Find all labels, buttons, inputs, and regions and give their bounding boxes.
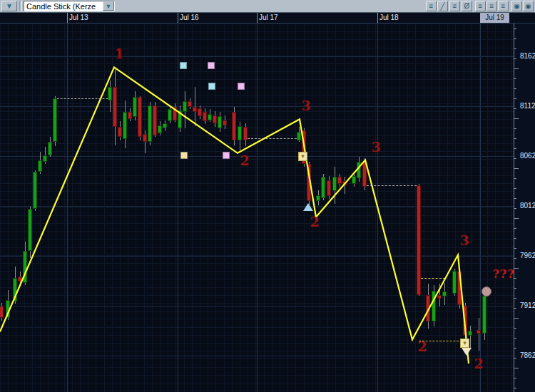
price-tick <box>514 258 516 259</box>
candle-wick <box>479 318 479 351</box>
exit-flag-marker: ▾ <box>460 339 469 348</box>
dashed-row-3-icon: ≡ <box>501 2 506 10</box>
candle <box>33 172 37 209</box>
candle <box>168 109 172 121</box>
grid-line-horizontal <box>0 306 514 306</box>
candle <box>477 330 481 334</box>
toolbar-separator <box>19 1 22 11</box>
trendline-button[interactable]: ╱ <box>437 1 448 11</box>
candle <box>457 272 462 304</box>
signal-square-marker <box>208 83 215 90</box>
dashed-level-line <box>417 278 445 279</box>
candle <box>0 306 4 317</box>
grid-line-vertical <box>377 24 378 392</box>
chart-type-combobox[interactable]: Candle Stick (Kerze ▼ <box>24 1 115 11</box>
price-axis[interactable]: 8162811280628012796279127862 <box>514 24 535 392</box>
grid-line-horizontal <box>0 256 514 257</box>
wave-count-label: 3 <box>459 232 469 248</box>
candle <box>193 107 197 112</box>
price-tick <box>514 138 516 139</box>
chevron-down-icon: ▼ <box>6 2 13 10</box>
price-label: 8162 <box>520 52 535 60</box>
price-tick <box>514 318 519 319</box>
dash-style-button[interactable]: ≡ <box>449 1 460 11</box>
candle <box>163 123 167 128</box>
price-tick <box>514 128 516 129</box>
dashed-level-line <box>54 98 115 99</box>
candle <box>38 160 42 172</box>
candle <box>133 97 137 117</box>
wave-count-label: 2 <box>474 356 483 371</box>
charting-app-window: ▼ Candle Stick (Kerze ▼ ≡╱≡Ø≡≡≡◉◉ Jul 13… <box>0 0 535 392</box>
price-tick <box>514 218 519 219</box>
price-tick <box>514 298 516 299</box>
dashed-row-3-button[interactable]: ≡ <box>498 1 509 11</box>
dashed-row-1-icon: ≡ <box>479 2 483 10</box>
candle-wick <box>345 177 345 194</box>
dash-style-icon: ≡ <box>453 2 457 10</box>
candle <box>118 127 122 137</box>
no-draw-button[interactable]: Ø <box>462 1 472 11</box>
candle <box>153 105 157 135</box>
price-tick <box>514 288 516 289</box>
price-tick <box>514 268 519 269</box>
price-tick <box>514 338 516 339</box>
price-tick <box>514 278 516 279</box>
candle <box>123 112 127 139</box>
price-tick <box>514 78 516 79</box>
candle <box>437 295 442 299</box>
price-tick <box>514 378 516 378</box>
candle <box>307 164 311 201</box>
pattern-circle-1-button[interactable]: ◉ <box>511 1 522 11</box>
candle <box>28 209 32 251</box>
candle <box>203 112 207 121</box>
price-label: 8062 <box>520 152 535 160</box>
candle <box>173 107 177 120</box>
date-axis[interactable]: Jul 13Jul 16Jul 17Jul 18Jul 19 <box>0 13 535 24</box>
day-separator <box>257 13 258 23</box>
signal-square-marker <box>238 83 245 90</box>
price-tick <box>514 208 516 209</box>
price-tick <box>514 38 516 39</box>
price-tick <box>514 368 519 368</box>
candle <box>18 277 22 282</box>
grid-line-horizontal <box>0 356 514 356</box>
signal-square-marker <box>180 152 188 159</box>
dashed-row-1-button[interactable]: ≡ <box>475 1 486 11</box>
price-tick <box>514 188 516 189</box>
candle <box>238 126 242 140</box>
chart-plot-area[interactable]: ▾▾12323232 <box>0 24 514 392</box>
price-tick <box>514 228 516 229</box>
price-tick <box>514 358 516 359</box>
wave-count-label: 1 <box>114 46 123 61</box>
dash-lines-button[interactable]: ≡ <box>426 1 437 11</box>
grid-line-horizontal <box>0 156 514 157</box>
candle <box>213 115 217 123</box>
candle <box>198 108 202 116</box>
nav-dropdown-button[interactable]: ▼ <box>1 1 17 11</box>
price-tick <box>514 198 516 199</box>
candle <box>158 125 162 133</box>
candle <box>332 177 337 191</box>
price-tick <box>514 58 516 59</box>
candle <box>482 296 486 334</box>
price-tick <box>514 148 516 149</box>
grid-line-vertical <box>257 24 258 392</box>
wave-count-label: 2 <box>417 339 427 354</box>
candle-wick <box>470 326 471 349</box>
day-separator <box>178 13 178 23</box>
pattern-circle-2-button[interactable]: ◉ <box>523 1 534 11</box>
sell-flag-marker: ▾ <box>298 152 307 161</box>
candle <box>426 295 430 322</box>
trendline-icon: ╱ <box>440 2 444 10</box>
candle <box>113 87 117 127</box>
candle <box>357 162 361 177</box>
candle <box>432 291 436 321</box>
grid-line-horizontal <box>0 206 514 207</box>
price-tick <box>514 118 519 119</box>
chevron-down-icon[interactable]: ▼ <box>103 1 114 11</box>
price-tick <box>514 178 516 179</box>
candle <box>223 120 227 125</box>
candle <box>243 127 248 140</box>
dashed-row-2-button[interactable]: ≡ <box>486 1 497 11</box>
